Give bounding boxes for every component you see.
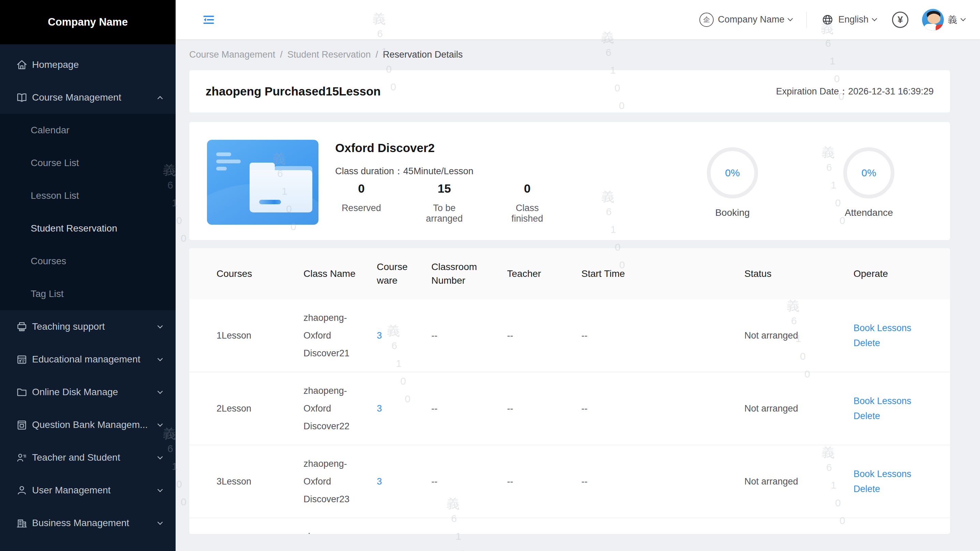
cell-courses: 1Lesson [189,299,304,372]
user-menu[interactable]: 義 [922,9,965,31]
cell-class-name: zhaopeng-Oxford Discover21 [304,299,377,372]
book-lessons-link[interactable]: Book Lessons [853,467,947,481]
cell-classroom-number: -- [431,518,507,534]
cell-course-ware: 3 [377,299,431,372]
sidebar-subitem-student-reservation[interactable]: Student Reservation [0,212,176,245]
cell-classroom-number: -- [431,299,507,372]
sidebar-subitem-tag-list[interactable]: Tag List [0,277,176,310]
col-courses: Courses [189,248,304,299]
cell-status: Not arranged [745,445,853,518]
sidebar-collapse-icon[interactable] [202,13,215,26]
ring-circle: 0% [707,147,758,198]
sidebar-subitem-courses[interactable]: Courses [0,245,176,277]
cell-operate: Book LessonsDelete [853,299,950,372]
cell-status: Not arranged [745,372,853,445]
submenu-course-management: CalendarCourse ListLesson ListStudent Re… [0,114,176,310]
printer-icon [16,320,28,333]
ring-label: Attendance [845,207,893,218]
cell-courses: 2Lesson [189,372,304,445]
sidebar-item-label: Teaching support [31,321,158,332]
sidebar-item-teaching-support[interactable]: Teaching support [0,310,176,343]
lessons-table-card: CoursesClass NameCourse wareClassroom Nu… [189,248,950,534]
company-icon: 企 [699,13,714,27]
cell-courses: 3Lesson [189,445,304,518]
delete-link[interactable]: Delete [853,408,947,424]
username-label: 義 [948,14,957,26]
chevron-down-icon [158,356,163,361]
sidebar-subitem-lesson-list[interactable]: Lesson List [0,179,176,212]
sidebar-menu: HomepageCourse ManagementCalendarCourse … [0,44,176,540]
cell-class-name: zhaopeng-Oxford Discover23 [304,445,377,518]
company-switcher[interactable]: 企 Company Name [699,13,792,27]
col-start-time: Start Time [581,248,745,299]
col-class-name: Class Name [304,248,377,299]
delete-link[interactable]: Delete [853,336,947,350]
sidebar-item-educational-management[interactable]: Educational management [0,343,176,376]
cell-teacher: -- [507,299,581,372]
currency-icon[interactable]: ¥ [892,11,908,28]
col-status: Status [745,248,853,299]
course-ware-link[interactable]: 3 [377,476,382,487]
class-duration: Class duration：45Minute/Lesson [335,165,554,177]
expiration-label: Expiration Date： [776,86,848,97]
ring-label: Booking [715,207,749,218]
sidebar-item-homepage[interactable]: Homepage [0,48,176,81]
sidebar-item-label: Teacher and Student [31,452,158,463]
course-ware-link[interactable]: 3 [377,330,382,341]
main-area: 企 Company Name English ¥ [176,0,980,551]
sidebar-item-teacher-and-student[interactable]: Teacher and Student [0,441,176,474]
sidebar-item-business-management[interactable]: Business Management [0,507,176,540]
building-icon [16,517,28,529]
page-title: zhaopeng Purchased15Lesson [205,84,380,98]
sidebar-item-label: Business Management [31,518,158,529]
sidebar-subitem-calendar[interactable]: Calendar [0,114,176,147]
calendar-icon [16,353,28,366]
book-lessons-link[interactable]: Book Lessons [853,393,947,408]
sidebar-item-user-management[interactable]: User Management [0,474,176,507]
stat-label: To be arranged [418,203,470,224]
chevron-down-icon [158,487,163,492]
breadcrumb-item-course-management[interactable]: Course Management [189,49,275,60]
book-lessons-link[interactable]: Book Lessons [853,320,947,336]
table-row-1lesson: 1Lessonzhaopeng-Oxford Discover213------… [189,299,950,372]
lessons-table: CoursesClass NameCourse wareClassroom Nu… [189,248,950,534]
company-logo: Company Name [0,0,176,44]
sidebar-item-label: Question Bank Managem... [31,419,158,430]
table-row-3lesson: 3Lessonzhaopeng-Oxford Discover233------… [189,445,950,518]
topbar: 企 Company Name English ¥ [176,0,980,39]
chevron-down-icon [158,389,163,394]
expiration-value: 2026-12-31 16:39:29 [848,86,934,97]
language-switcher[interactable]: English [821,13,877,26]
course-ware-link[interactable]: 3 [377,403,382,414]
stat-value: 15 [418,182,470,195]
cell-start-time: -- [581,372,745,445]
ring-value: 0% [725,167,740,179]
sidebar-item-label: Educational management [31,354,158,365]
cell-operate: Book LessonsDelete [853,372,950,445]
stat-reserved: 0Reserved [335,182,387,224]
cell-start-time: -- [581,518,745,534]
delete-link[interactable]: Delete [853,481,947,497]
app: Company Name HomepageCourse ManagementCa… [0,0,980,551]
cell-start-time: -- [581,445,745,518]
breadcrumb-separator: / [280,49,283,60]
course-name: Oxford Discover2 [335,141,554,155]
sidebar-subitem-course-list[interactable]: Course List [0,147,176,179]
breadcrumb-item-student-reservation[interactable]: Student Reservation [288,49,371,60]
cell-start-time: -- [581,299,745,372]
cell-status: Not arranged [745,518,853,534]
chevron-down-icon [158,519,163,525]
table-body: 1Lessonzhaopeng-Oxford Discover213------… [189,299,950,534]
progress-ring-booking: 0%Booking [707,147,758,240]
stat-label: Class finished [501,203,554,224]
sidebar-item-question-bank-managem[interactable]: Question Bank Managem... [0,408,176,441]
cell-operate: Book LessonsDelete [853,445,950,518]
ring-value: 0% [861,167,876,179]
divider [807,12,807,28]
book-icon [16,91,28,104]
cell-course-ware: 3 [377,372,431,445]
sidebar-item-online-disk-manage[interactable]: Online Disk Manage [0,376,176,408]
sidebar-item-course-management[interactable]: Course Management [0,81,176,114]
stat-label: Reserved [335,203,387,213]
globe-icon [821,13,834,26]
